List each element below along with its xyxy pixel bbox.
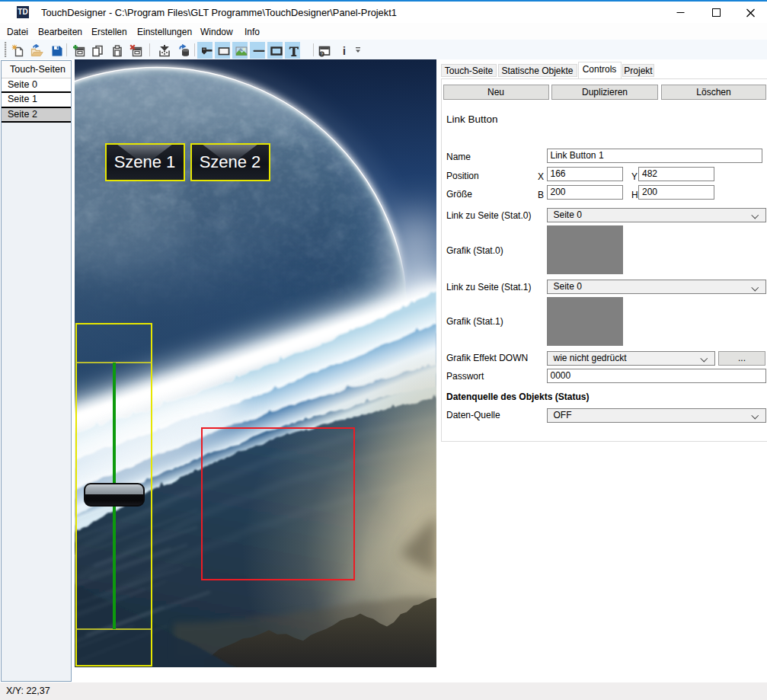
svg-text:i: i	[343, 45, 346, 57]
svg-text:?: ?	[321, 52, 323, 56]
